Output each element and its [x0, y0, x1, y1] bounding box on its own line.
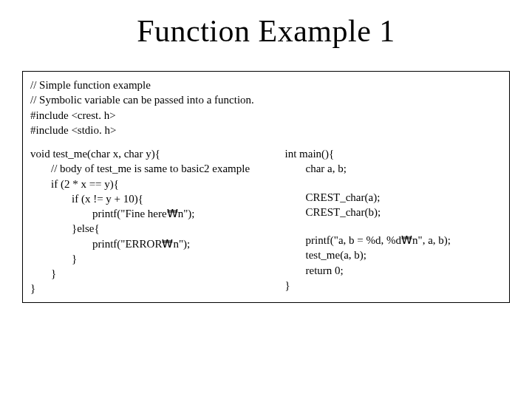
code-line: #include <crest. h>	[30, 108, 502, 123]
code-line: test_me(a, b);	[285, 248, 502, 262]
code-line: void test_me(char x, char y){	[30, 146, 285, 161]
code-columns: void test_me(char x, char y){ // body of…	[30, 146, 502, 296]
code-header: // Simple function example // Symbolic v…	[30, 78, 502, 137]
code-line: }else{	[30, 221, 285, 236]
code-line: printf("Fine here₩n");	[30, 206, 285, 221]
code-line: // Simple function example	[30, 78, 502, 92]
code-line: if (x != y + 10){	[30, 191, 285, 206]
slide: Function Example 1 // Simple function ex…	[0, 0, 532, 399]
code-line: #include <stdio. h>	[30, 123, 502, 137]
code-box: // Simple function example // Symbolic v…	[22, 71, 510, 303]
code-line: // Symbolic variable can be passed into …	[30, 92, 502, 107]
code-line: CREST_char(b);	[285, 205, 502, 219]
code-line: }	[285, 278, 502, 293]
code-column-left: void test_me(char x, char y){ // body of…	[30, 146, 285, 296]
blank-line	[285, 219, 502, 233]
code-line: // body of test_me is same to basic2 exa…	[30, 161, 285, 176]
blank-line	[285, 177, 502, 190]
code-line: return 0;	[285, 263, 502, 278]
code-column-right: int main(){ char a, b; CREST_char(a); CR…	[285, 146, 502, 296]
code-line: CREST_char(a);	[285, 190, 502, 205]
code-line: printf("a, b = %d, %d₩n", a, b);	[285, 233, 502, 248]
slide-title: Function Example 1	[22, 13, 510, 49]
code-line: printf("ERROR₩n");	[30, 236, 285, 251]
code-line: }	[30, 281, 285, 296]
code-line: }	[30, 266, 285, 281]
code-line: char a, b;	[285, 161, 502, 176]
code-line: int main(){	[285, 146, 502, 161]
code-line: }	[30, 251, 285, 266]
code-line: if (2 * x == y){	[30, 177, 285, 191]
